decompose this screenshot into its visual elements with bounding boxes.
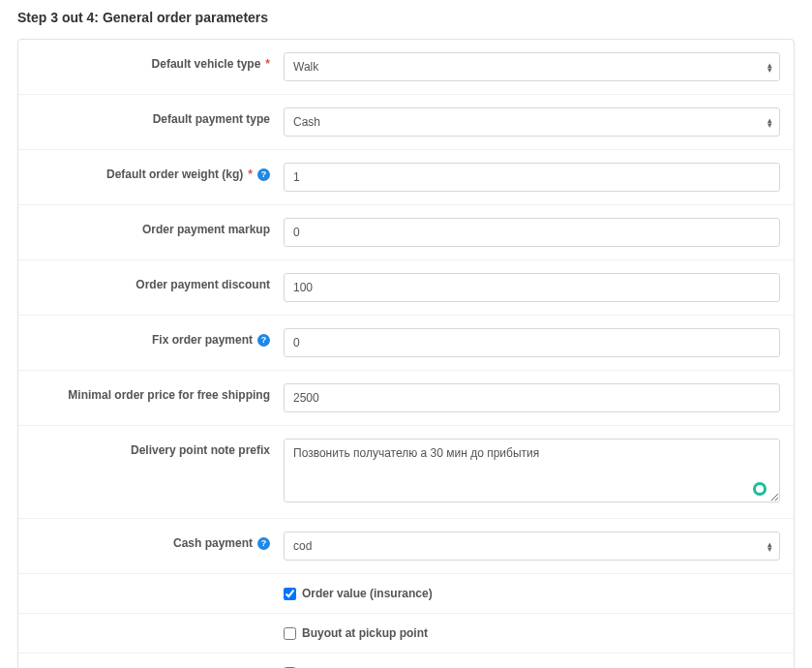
required-marker: * [248, 167, 253, 181]
row-order-value-insurance: Order value (insurance) [18, 574, 794, 614]
order-payment-discount-input[interactable] [284, 273, 780, 302]
row-default-payment-type: Default payment type Cash ▴▾ [18, 95, 794, 150]
form-card: Default vehicle type * Walk ▴▾ Default p… [17, 39, 795, 668]
grammarly-icon [753, 482, 767, 496]
required-marker: * [265, 57, 270, 71]
delivery-point-note-prefix-textarea[interactable] [284, 439, 780, 502]
label-text: Order payment markup [142, 223, 270, 236]
help-icon[interactable]: ? [257, 168, 270, 181]
default-order-weight-input[interactable] [284, 163, 780, 192]
default-payment-type-select[interactable]: Cash [284, 107, 780, 137]
row-min-order-free-shipping: Minimal order price for free shipping [18, 371, 794, 426]
min-order-free-shipping-input[interactable] [284, 383, 780, 412]
label-order-payment-markup: Order payment markup [32, 218, 284, 236]
label-default-order-weight: Default order weight (kg) * ? [32, 163, 284, 181]
label-cash-payment: Cash payment ? [32, 531, 284, 550]
label-text: Default order weight (kg) [106, 167, 243, 181]
row-order-payment-markup: Order payment markup [18, 205, 794, 260]
order-payment-markup-input[interactable] [284, 218, 780, 247]
row-matter-weight-prefix: Matter weight prefix [18, 653, 794, 668]
label-fix-order-payment: Fix order payment ? [32, 328, 284, 347]
fix-order-payment-input[interactable] [284, 328, 780, 357]
label-min-order-free-shipping: Minimal order price for free shipping [32, 383, 284, 402]
cash-payment-select[interactable]: cod [284, 531, 780, 561]
label-order-payment-discount: Order payment discount [32, 273, 284, 291]
row-default-order-weight: Default order weight (kg) * ? [18, 150, 794, 205]
row-fix-order-payment: Fix order payment ? [18, 316, 794, 371]
row-order-payment-discount: Order payment discount [18, 260, 794, 316]
row-default-vehicle-type: Default vehicle type * Walk ▴▾ [18, 40, 794, 95]
row-delivery-point-note-prefix: Delivery point note prefix [18, 426, 794, 519]
default-vehicle-type-select[interactable]: Walk [284, 52, 780, 81]
label-text: Default vehicle type [152, 57, 261, 71]
order-value-insurance-checkbox[interactable] [284, 588, 296, 600]
label-text: Delivery point note prefix [131, 443, 270, 457]
row-buyout-at-pickup: Buyout at pickup point [18, 614, 794, 653]
buyout-at-pickup-checkbox[interactable] [284, 627, 296, 640]
step-title: Step 3 out 4: General order parameters [17, 10, 795, 25]
label-text: Order payment discount [135, 278, 270, 291]
buyout-at-pickup-label[interactable]: Buyout at pickup point [284, 626, 780, 640]
row-cash-payment: Cash payment ? cod ▴▾ [18, 519, 794, 574]
checkbox-label-text: Buyout at pickup point [302, 626, 428, 640]
label-default-payment-type: Default payment type [32, 107, 284, 126]
label-text: Fix order payment [152, 333, 253, 347]
label-default-vehicle-type: Default vehicle type * [32, 52, 284, 71]
label-text: Minimal order price for free shipping [68, 388, 270, 402]
order-value-insurance-label[interactable]: Order value (insurance) [284, 587, 780, 600]
label-text: Cash payment [173, 536, 253, 550]
checkbox-label-text: Order value (insurance) [302, 587, 433, 600]
label-text: Default payment type [153, 112, 270, 126]
help-icon[interactable]: ? [257, 334, 270, 347]
help-icon[interactable]: ? [257, 537, 270, 550]
label-delivery-point-note-prefix: Delivery point note prefix [32, 439, 284, 457]
